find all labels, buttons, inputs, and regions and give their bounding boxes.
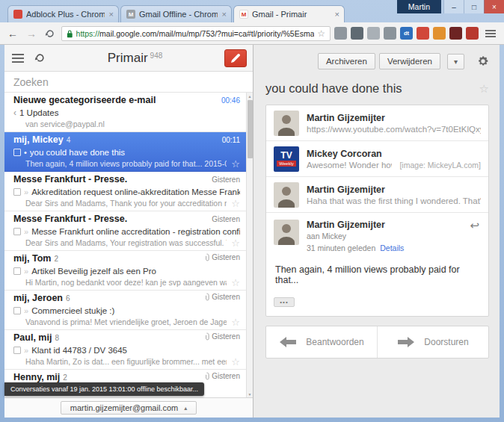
thread-date: 00:11 [218, 136, 240, 144]
extension-icon[interactable] [417, 27, 429, 40]
reply-left-arrow-icon [279, 336, 297, 348]
conversation-subject-row: you could have done this ☆ [265, 81, 489, 96]
extension-icon[interactable] [433, 27, 446, 40]
extension-icon[interactable] [449, 27, 462, 40]
thread-checkbox[interactable] [13, 149, 21, 156]
thread-star-icon[interactable]: ☆ [231, 159, 240, 169]
forward-button[interactable]: Doorsturen [378, 326, 488, 358]
paperclip-icon [204, 293, 209, 301]
tab-close-icon[interactable]: × [105, 10, 118, 19]
thread-checkbox[interactable] [13, 347, 21, 354]
forward-button[interactable]: → [24, 26, 39, 41]
thread-star-icon[interactable]: ☆ [231, 238, 240, 248]
importance-marker-icon: » [24, 228, 28, 236]
mailbox-header: Primair948 [4, 45, 253, 72]
reply-forward-bar: Beantwoorden Doorsturen [265, 326, 489, 359]
conversation-star-icon[interactable]: ☆ [479, 82, 489, 96]
address-bar[interactable]: https://mail.google.com/mail/mu/mp/753/?… [61, 26, 331, 41]
minimize-button[interactable]: – [443, 0, 464, 13]
extension-icon[interactable] [466, 27, 479, 40]
scrollbar-thumb[interactable] [248, 100, 253, 158]
thread-date: Gisteren [207, 176, 240, 184]
thread-row[interactable]: mij, Tom 2 Gisteren » Artikel Beveilig j… [4, 251, 246, 291]
thread-star-icon[interactable]: ☆ [231, 278, 240, 288]
tab-gmail-primair[interactable]: M Gmail - Primair × [233, 5, 345, 22]
scroll-down-icon[interactable]: ▼ [247, 391, 253, 397]
reply-button[interactable]: Beantwoorden [266, 326, 378, 358]
thread-subject: Klant id 44783 / DV 3645 [31, 346, 127, 355]
menu-icon[interactable] [10, 52, 25, 64]
thread-row[interactable]: mij, Jeroen 6 Gisteren » Commercieel stu… [4, 291, 246, 330]
thread-sender: Paul, mij [13, 332, 52, 343]
account-switcher-button[interactable]: martin.gijzemijter@gmail.com ▴ [61, 401, 197, 415]
forward-label: Doorsturen [424, 337, 468, 347]
message-collapsed[interactable]: Martin Gijzemijter https://www.youtube.c… [266, 105, 488, 141]
close-button[interactable]: × [484, 0, 504, 13]
extension-icon[interactable] [334, 27, 347, 40]
tab-gmail-offline[interactable]: M Gmail Offline - Chrome W × [120, 5, 232, 22]
refresh-button[interactable] [34, 52, 46, 63]
archive-button[interactable]: Archiveren [318, 53, 375, 69]
delete-button[interactable]: Verwijderen [379, 53, 440, 69]
reply-label: Beantwoorden [306, 337, 363, 347]
details-link[interactable]: Details [380, 243, 404, 252]
message-collapsed[interactable]: TV Weekly Mickey Corcoran Awesome! Wonde… [266, 141, 488, 177]
message-collapsed[interactable]: Martin Gijzemijter Haha that was the fir… [266, 177, 488, 213]
thread-checkbox[interactable] [13, 307, 21, 314]
thread-checkbox[interactable] [13, 228, 21, 235]
show-trimmed-content-button[interactable]: ••• [274, 297, 295, 307]
thread-checkbox[interactable] [13, 188, 21, 196]
extension-icon[interactable] [367, 27, 380, 40]
thread-checkbox[interactable] [13, 267, 21, 275]
thread-subject: Artikel Beveilig jezelf als een Pro [31, 267, 156, 276]
list-scrollbar[interactable]: ▲ ▼ [246, 93, 253, 397]
scroll-up-icon[interactable]: ▲ [247, 93, 253, 99]
thread-sender: Messe Frankfurt - Presse. [13, 174, 127, 184]
thread-row-selected[interactable]: mij, Mickey 4 00:11 • you could have don… [4, 132, 246, 172]
paperclip-icon [204, 253, 209, 261]
reload-button[interactable] [43, 26, 58, 41]
chrome-profile-button[interactable]: Martin [397, 0, 441, 13]
message-snippet: Haha that was the first thing I wondered… [307, 196, 481, 205]
bookmark-star-icon[interactable]: ☆ [317, 28, 325, 39]
thread-snippet: Haha Martin, Zo is dat... een figuurlijk… [25, 357, 227, 366]
back-button[interactable]: ← [5, 26, 20, 41]
avatar: TV Weekly [274, 146, 299, 172]
tab-adblock[interactable]: Adblock Plus - Chrome W × [7, 5, 119, 22]
category-title: Nieuwe gecategoriseerde e-mail [13, 95, 156, 105]
reply-arrow-icon[interactable]: ↩ [470, 219, 479, 232]
tab-close-icon[interactable]: × [218, 10, 231, 19]
category-row[interactable]: Nieuwe gecategoriseerde e-mail 00:46 ‹ 1… [4, 93, 246, 132]
adblock-favicon-icon [13, 10, 22, 19]
compose-button[interactable] [224, 49, 247, 67]
tab-close-icon[interactable]: × [331, 10, 344, 19]
conversation-panel: Archiveren Verwijderen ▾ you could have … [253, 45, 500, 418]
account-email: martin.gijzemijter@gmail.com [70, 403, 178, 412]
more-actions-dropdown[interactable]: ▾ [447, 54, 464, 69]
thread-row[interactable]: Messe Frankfurt - Presse. Gisteren » Akk… [4, 172, 246, 211]
search-input[interactable]: Zoeken [4, 72, 253, 93]
thread-sender: Henny, mij [13, 372, 60, 382]
message-recipient: aan Mickey [307, 232, 481, 241]
extension-icon[interactable]: dt [400, 27, 413, 40]
message-expanded: Martin Gijzemijter aan Mickey 31 minuten… [266, 213, 488, 316]
extension-icon[interactable] [384, 27, 396, 40]
chrome-menu-icon[interactable] [482, 27, 499, 40]
thread-star-icon[interactable]: ☆ [231, 317, 240, 327]
refresh-icon [34, 52, 46, 63]
gmail-app: Primair948 Zoeken Nieuwe gecategoriseerd… [4, 45, 500, 418]
extension-icon[interactable] [351, 27, 363, 40]
settings-button[interactable] [477, 55, 489, 67]
thread-star-icon[interactable]: ☆ [231, 357, 240, 367]
thread-row[interactable]: Messe Frankfurt - Presse. Gisteren » Mes… [4, 211, 246, 251]
thread-star-icon[interactable]: ☆ [231, 199, 240, 208]
forward-right-arrow-icon [397, 336, 415, 348]
category-updates: 1 Updates [19, 108, 58, 117]
thread-subject: you could have done this [30, 148, 125, 157]
maximize-button[interactable]: □ [464, 0, 484, 13]
tab-strip: Adblock Plus - Chrome W × M Gmail Offlin… [7, 5, 346, 22]
collapse-chevron-icon[interactable]: ‹ [13, 108, 16, 118]
thread-row[interactable]: Paul, mij 8 Gisteren » Klant id 44783 / … [4, 330, 246, 370]
paperclip-icon [204, 372, 209, 380]
thread-snippet: Hi Martin, nog bedankt voor deze! kan je… [25, 278, 227, 287]
